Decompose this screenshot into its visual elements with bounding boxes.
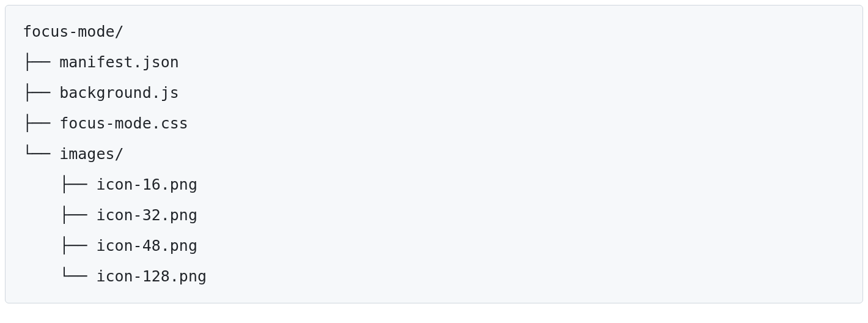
tree-line: ├── icon-32.png [23,206,197,224]
tree-line: ├── icon-48.png [23,237,197,254]
tree-line: └── images/ [23,145,124,163]
tree-line: └── icon-128.png [23,267,207,285]
tree-line: ├── focus-mode.css [23,114,188,132]
tree-line: ├── icon-16.png [23,176,197,193]
directory-tree: focus-mode/ ├── manifest.json ├── backgr… [5,5,863,303]
tree-line: focus-mode/ [23,23,124,40]
tree-line: ├── manifest.json [23,53,179,71]
tree-line: ├── background.js [23,84,179,102]
